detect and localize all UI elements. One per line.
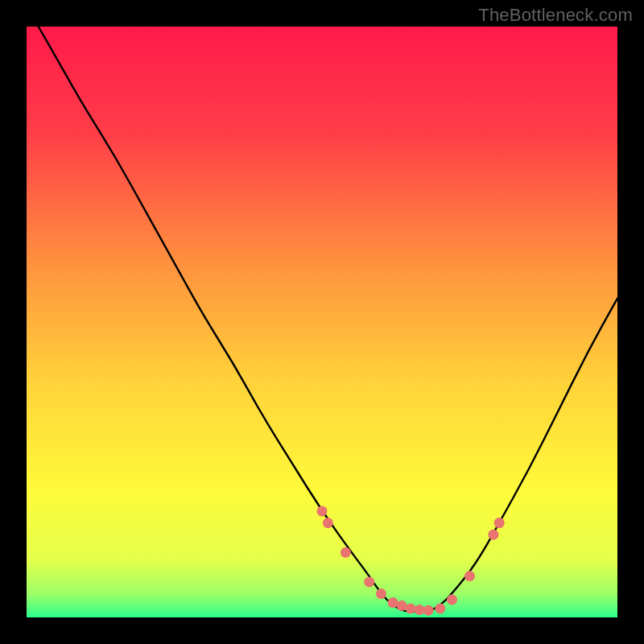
highlight-dot [323,518,333,528]
highlight-dot [364,577,374,588]
chart-svg [27,27,617,617]
watermark-text: TheBottleneck.com [478,5,633,26]
highlight-dot [376,588,386,599]
highlight-dot [435,604,445,614]
highlight-dot [397,601,407,611]
chart-frame: TheBottleneck.com [0,0,644,644]
highlight-dot [464,571,475,581]
highlight-dot [423,605,434,616]
highlight-dot [317,506,328,516]
highlight-dot [406,604,416,614]
highlight-dot [488,530,498,540]
highlight-dot [341,547,351,558]
highlight-dot [388,597,398,608]
highlight-dot [494,518,505,528]
highlight-dot [447,595,457,605]
